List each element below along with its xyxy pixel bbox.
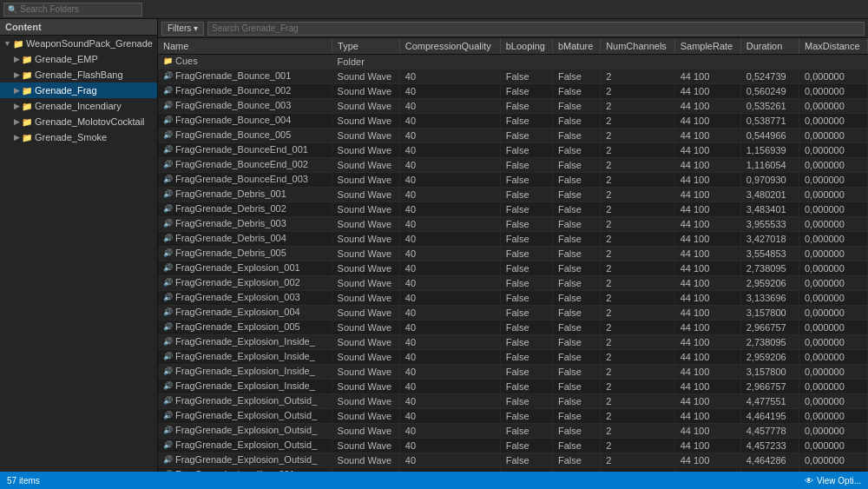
filter-button[interactable]: Filters ▾	[161, 22, 204, 36]
cell-rate: 44 100	[674, 276, 740, 291]
sidebar-item-smoke[interactable]: ▶📁Grenade_Smoke	[0, 129, 157, 145]
cell-channels: 2	[601, 453, 675, 468]
right-panel: Filters ▾ Name Type CompressionQuality b…	[158, 19, 868, 472]
table-row[interactable]: 🔊FragGrenade_Explosion_Outsid_Sound Wave…	[158, 424, 868, 439]
sidebar-item-incendiary[interactable]: ▶📁Grenade_Incendiary	[0, 98, 157, 114]
cell-duration: 2,959206	[740, 350, 799, 365]
asset-table-container[interactable]: Name Type CompressionQuality bLooping bM…	[158, 38, 868, 472]
cell-maxdist: 0,000000	[799, 261, 867, 276]
col-rate[interactable]: SampleRate	[674, 38, 740, 55]
table-row[interactable]: 🔊FragGrenade_Explosion_003Sound Wave40Fa…	[158, 291, 868, 306]
table-row[interactable]: 🔊FragGrenade_BounceEnd_002Sound Wave40Fa…	[158, 158, 868, 173]
table-row[interactable]: 🔊FragGrenade_BounceEnd_003Sound Wave40Fa…	[158, 173, 868, 188]
table-row[interactable]: 🔊FragGrenade_Bounce_005Sound Wave40False…	[158, 129, 868, 143]
cell-duration: 2,959206	[740, 276, 799, 291]
folder-icon: 📁	[22, 86, 32, 96]
sidebar-item-molotov[interactable]: ▶📁Grenade_MolotovCocktail	[0, 114, 157, 129]
sound-wave-icon: 🔊	[163, 248, 173, 257]
table-row[interactable]: 🔊FragGrenade_Explosion_Outsid_Sound Wave…	[158, 394, 868, 409]
folder-search-input[interactable]	[20, 4, 138, 14]
cell-channels: 2	[601, 350, 675, 365]
cell-rate: 44 100	[674, 291, 740, 306]
col-cq[interactable]: CompressionQuality	[399, 38, 500, 55]
table-row[interactable]: 🔊FragGrenade_Explosion_Outsid_Sound Wave…	[158, 453, 868, 468]
view-options[interactable]: 👁 View Opti...	[805, 476, 861, 486]
sound-wave-icon: 🔊	[163, 189, 173, 198]
cell-maxdist: 0,000000	[799, 84, 867, 99]
cell-looping: False	[500, 232, 552, 247]
cell-cq: 40	[399, 439, 500, 453]
cell-mature: False	[552, 320, 600, 335]
table-row[interactable]: 🔊FragGrenade_Debris_003Sound Wave40False…	[158, 217, 868, 232]
col-name[interactable]: Name	[158, 38, 332, 55]
cell-cq: 40	[399, 409, 500, 424]
table-row[interactable]: 📁CuesFolder	[158, 55, 868, 69]
cell-rate: 44 100	[674, 320, 740, 335]
sidebar-item-frag[interactable]: ▶📁Grenade_Frag	[0, 83, 157, 98]
table-row[interactable]: 🔊FragGrenade_Explosion_Inside_Sound Wave…	[158, 350, 868, 365]
table-row[interactable]: 🔊FragGrenade_Bounce_004Sound Wave40False…	[158, 114, 868, 129]
table-row[interactable]: 🔊FragGrenade_Explosion_Inside_Sound Wave…	[158, 380, 868, 394]
sidebar-item-flash[interactable]: ▶📁Grenade_FlashBang	[0, 67, 157, 83]
table-row[interactable]: 🔊FragGrenade_Bounce_002Sound Wave40False…	[158, 84, 868, 99]
cell-name: 📁Cues	[158, 55, 332, 67]
cell-looping: False	[500, 439, 552, 453]
table-row[interactable]: 🔊FragGrenade_Debris_001Sound Wave40False…	[158, 188, 868, 202]
table-row[interactable]: 🔊FragGrenade_Explosion_Outsid_Sound Wave…	[158, 439, 868, 453]
cell-mature: False	[552, 409, 600, 424]
cell-name: 🔊FragGrenade_Debris_001	[158, 188, 332, 200]
asset-search-box[interactable]	[207, 22, 865, 36]
table-row[interactable]: 🔊FragGrenade_Explosion_Inside_Sound Wave…	[158, 365, 868, 380]
cell-type: Sound Wave	[332, 306, 400, 320]
table-row[interactable]: 🔊FragGrenade_Bounce_003Sound Wave40False…	[158, 99, 868, 114]
table-row[interactable]: 🔊FragGrenade_Debris_002Sound Wave40False…	[158, 202, 868, 217]
cell-cq: 40	[399, 276, 500, 291]
col-mature[interactable]: bMature	[552, 38, 600, 55]
folder-search-box[interactable]: 🔍	[3, 3, 142, 17]
table-row[interactable]: 🔊FragGrenade_Explosion_004Sound Wave40Fa…	[158, 306, 868, 320]
table-row[interactable]: 🔊FragGrenade_Explosion_Inside_Sound Wave…	[158, 335, 868, 350]
cell-name: 🔊FragGrenade_Explosion_003	[158, 291, 332, 303]
table-row[interactable]: 🔊FragGrenade_Debris_004Sound Wave40False…	[158, 232, 868, 247]
col-looping[interactable]: bLooping	[500, 38, 552, 55]
table-row[interactable]: 🔊FragGrenade_Explosion_002Sound Wave40Fa…	[158, 276, 868, 291]
cell-name: 🔊FragGrenade_BounceEnd_001	[158, 143, 332, 155]
cell-looping	[500, 55, 552, 69]
sidebar-item-root[interactable]: ▼📁WeaponSoundPack_Grenade	[0, 36, 157, 51]
cell-type: Sound Wave	[332, 453, 400, 468]
cell-duration: 3,157800	[740, 306, 799, 320]
cell-maxdist	[799, 55, 867, 69]
cell-name: 🔊FragGrenade_Explosion_Inside_	[158, 350, 332, 362]
table-row[interactable]: 🔊FragGrenade_BounceEnd_001Sound Wave40Fa…	[158, 143, 868, 158]
table-row[interactable]: 🔊FragGrenade_Explosion_Outsid_Sound Wave…	[158, 409, 868, 424]
cell-channels: 2	[601, 84, 675, 99]
table-row[interactable]: 🔊FragGrenade_Explosion_005Sound Wave40Fa…	[158, 320, 868, 335]
asset-search-input[interactable]	[212, 23, 860, 33]
col-maxdist[interactable]: MaxDistance	[799, 38, 867, 55]
cell-rate: 44 100	[674, 261, 740, 276]
sidebar-item-emp[interactable]: ▶📁Grenade_EMP	[0, 51, 157, 67]
cell-looping: False	[500, 380, 552, 394]
view-options-label: View Opti...	[817, 476, 861, 486]
cell-cq: 40	[399, 173, 500, 188]
cell-looping: False	[500, 365, 552, 380]
table-row[interactable]: 🔊FragGrenade_Bounce_001Sound Wave40False…	[158, 69, 868, 84]
cell-channels: 2	[601, 320, 675, 335]
sound-wave-icon: 🔊	[163, 219, 173, 228]
cell-channels: 2	[601, 129, 675, 143]
table-row[interactable]: 🔊FragGrenade_Debris_005Sound Wave40False…	[158, 247, 868, 261]
sound-wave-icon: 🔊	[163, 322, 173, 331]
cell-cq: 40	[399, 306, 500, 320]
collapse-arrow-icon: ▶	[14, 117, 20, 126]
cell-mature: False	[552, 84, 600, 99]
cell-looping: False	[500, 202, 552, 217]
cell-duration: 4,457233	[740, 439, 799, 453]
col-channels[interactable]: NumChannels	[601, 38, 675, 55]
cell-type: Sound Wave	[332, 261, 400, 276]
col-duration[interactable]: Duration	[740, 38, 799, 55]
col-type[interactable]: Type	[332, 38, 400, 55]
table-row[interactable]: 🔊FragGrenade_Explosion_001Sound Wave40Fa…	[158, 261, 868, 276]
cell-type: Sound Wave	[332, 232, 400, 247]
cell-maxdist: 0,000000	[799, 394, 867, 409]
sound-wave-icon: 🔊	[163, 263, 173, 272]
